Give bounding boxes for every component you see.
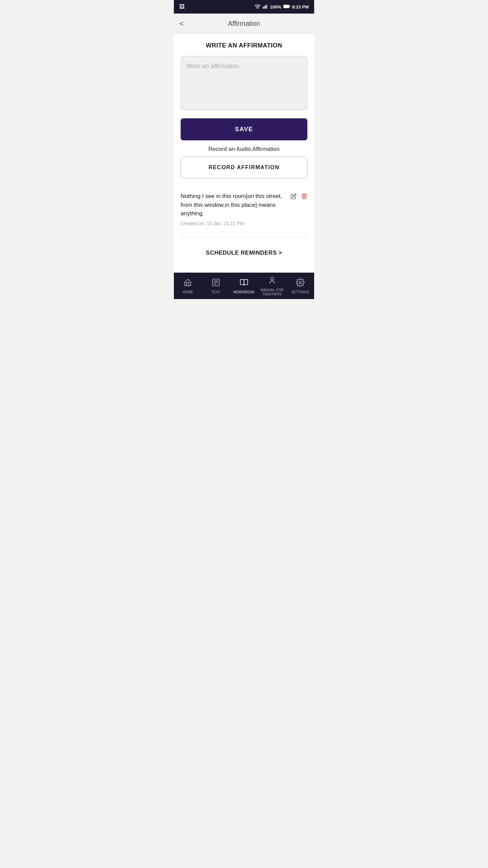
nav-item-manual[interactable]: MANUAL FORTEACHERS bbox=[258, 276, 286, 296]
divider bbox=[181, 237, 307, 237]
affirmation-meta: Created on: 15 Jan, 21:22 PM bbox=[181, 221, 286, 226]
battery-percent: 100% bbox=[270, 4, 281, 9]
save-button[interactable]: SAVE bbox=[181, 118, 307, 140]
nav-item-workbook[interactable]: WORKBOOK bbox=[230, 278, 258, 294]
signal-icon bbox=[263, 4, 268, 10]
affirmation-item-content: Nothing I see in this room[on this stree… bbox=[181, 192, 307, 226]
bottom-nav: HOME TEXT WORKBOOK bbox=[174, 273, 314, 299]
schedule-section: SCHEDULE REMINDERS > bbox=[181, 243, 307, 264]
status-bar: 🖼 100% 9: bbox=[174, 0, 314, 14]
svg-rect-2 bbox=[264, 6, 264, 8]
affirmation-text-block: Nothing I see in this room[on this stree… bbox=[181, 192, 286, 226]
svg-rect-5 bbox=[283, 5, 289, 8]
time-display: 9:23 PM bbox=[292, 4, 309, 9]
schedule-reminders-link[interactable]: SCHEDULE REMINDERS > bbox=[206, 250, 282, 256]
affirmation-actions bbox=[290, 192, 307, 201]
svg-rect-1 bbox=[263, 7, 263, 8]
status-screenshot-icon: 🖼 bbox=[179, 4, 185, 10]
svg-point-12 bbox=[270, 277, 273, 280]
home-icon bbox=[183, 278, 192, 289]
affirmation-input[interactable] bbox=[181, 56, 307, 110]
workbook-icon bbox=[240, 278, 248, 289]
affirmation-text: Nothing I see in this room[on this stree… bbox=[181, 192, 286, 218]
nav-item-text[interactable]: TEXT bbox=[202, 278, 230, 294]
nav-label-settings: SETTINGS bbox=[291, 290, 309, 294]
wifi-icon bbox=[255, 4, 261, 10]
nav-header: < Affirmation bbox=[174, 14, 314, 34]
main-content: WRITE AN AFFIRMATION SAVE Record an Audi… bbox=[174, 34, 314, 273]
nav-label-manual: MANUAL FORTEACHERS bbox=[261, 288, 284, 296]
record-label: Record an Audio Affirmation bbox=[181, 146, 307, 153]
svg-rect-4 bbox=[266, 4, 267, 8]
svg-rect-3 bbox=[265, 5, 266, 8]
nav-label-text: TEXT bbox=[211, 290, 221, 294]
nav-item-settings[interactable]: SETTINGS bbox=[286, 278, 314, 294]
back-button[interactable]: < bbox=[179, 19, 184, 28]
manual-icon bbox=[268, 276, 277, 287]
nav-label-home: HOME bbox=[183, 290, 193, 294]
edit-icon[interactable] bbox=[290, 193, 297, 201]
affirmation-item: Nothing I see in this room[on this stree… bbox=[181, 186, 307, 232]
page-title: Affirmation bbox=[228, 20, 260, 27]
battery-icon bbox=[283, 4, 290, 9]
text-icon bbox=[211, 278, 220, 289]
delete-icon[interactable] bbox=[301, 193, 307, 201]
nav-label-workbook: WORKBOOK bbox=[233, 290, 255, 294]
status-right-group: 100% 9:23 PM bbox=[255, 4, 309, 10]
svg-point-13 bbox=[299, 281, 301, 284]
settings-icon bbox=[296, 278, 305, 289]
record-affirmation-button[interactable]: RECORD AFFIRMATION bbox=[181, 157, 307, 178]
svg-point-0 bbox=[257, 8, 258, 8]
section-title: WRITE AN AFFIRMATION bbox=[181, 42, 307, 49]
svg-rect-6 bbox=[289, 6, 290, 7]
nav-item-home[interactable]: HOME bbox=[174, 278, 202, 294]
